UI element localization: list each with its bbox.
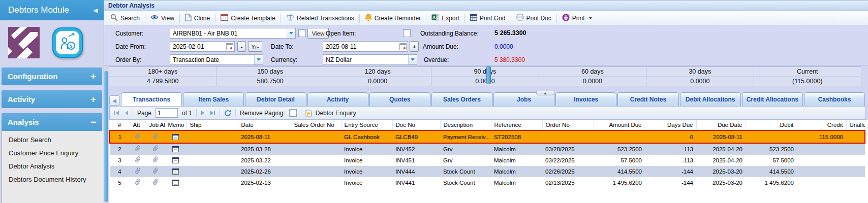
page-input[interactable] [156,108,178,118]
col-header-doc-no[interactable]: Doc No [392,120,440,130]
col-header-credit[interactable]: Credit [797,120,846,130]
attachment-icon[interactable] [135,145,140,152]
table-row[interactable]: 3 2025-03-22 Invoice INV451 Grv Malcolm … [110,155,865,166]
col-header-job-al[interactable]: Job Al [146,120,165,130]
export-button[interactable]: X Export [427,13,463,24]
panel-splitter[interactable] [104,71,108,202]
tab[interactable]: Cashbooks [804,92,865,106]
date-minus-button[interactable]: - [237,41,246,52]
order-by-select[interactable]: Transaction Date [170,54,263,65]
view-button[interactable]: View [146,13,178,24]
tab[interactable]: Activity [307,92,368,106]
tab[interactable]: Credit Notes [617,92,678,106]
col-header-description[interactable]: Description [440,120,491,130]
table-row[interactable]: 1 2025-08-11 GL Cashbook GLCB49 Payment … [110,130,865,143]
job-attachment-icon[interactable] [153,133,158,140]
col-header-days-due[interactable]: Days Due [645,120,696,130]
sidebar-collapse-icon[interactable]: ◀ [94,7,98,14]
remove-paging-checkbox[interactable] [289,109,297,117]
collapse-panel-handle[interactable] [536,91,554,95]
memo-icon[interactable] [172,146,179,152]
attachment-icon[interactable] [135,156,140,163]
tab[interactable]: Quotes [369,92,430,106]
col-header-date[interactable]: Date [238,120,291,130]
aging-bucket-label: 180+ days [109,67,216,77]
date-to-input[interactable]: 2025-08-11 [323,41,408,52]
calendar-icon[interactable] [399,43,407,50]
tab[interactable]: Debtor Detail [245,92,306,106]
create-reminder-button[interactable]: Create Reminder [361,13,425,24]
col-header-debit[interactable]: Debit [746,120,797,130]
tab[interactable]: Invoices [555,92,616,106]
sidebar-section-configuration[interactable]: Configuration + [2,67,102,85]
chevron-down-icon[interactable] [254,55,263,64]
sidebar-menu-item[interactable]: Debtor Search [2,133,104,146]
sidebar-section-activity[interactable]: Activity + [2,90,102,108]
expand-icon[interactable]: + [90,94,96,104]
print-button[interactable]: Print [558,13,596,24]
chevron-down-icon[interactable] [287,28,295,38]
attachment-icon[interactable] [135,179,140,186]
first-page-button[interactable] [114,110,120,116]
customer-select[interactable]: AIRBNB01 - Air BNB 01 [170,28,296,39]
memo-icon[interactable] [172,134,179,140]
col-header-ship[interactable]: Ship [187,120,238,130]
col-header-entry-source[interactable]: Entry Source [341,120,392,130]
sidebar-menu-item[interactable]: Debtors Document History [2,173,104,186]
table-row[interactable]: 5 2025-02-13 Invoice INV441 Stock Count … [110,177,865,188]
job-attachment-icon[interactable] [153,179,158,186]
tab[interactable]: Item Sales [183,92,244,106]
tab[interactable]: Credit Allocations [742,92,803,106]
print-grid-button[interactable]: Print Grid [466,13,510,24]
col-header-reference[interactable]: Reference [491,120,542,130]
expand-icon[interactable]: + [90,72,96,81]
collapse-icon[interactable]: − [90,117,96,127]
next-page-button[interactable] [201,110,205,116]
date-from-input[interactable]: 2025-02-01 [170,41,235,52]
debtor-enquiry-label[interactable]: Debtor Enquiry [316,110,356,117]
tab[interactable]: Transactions [121,92,182,106]
tab[interactable]: Sales Orders [431,92,492,106]
aging-splitter[interactable] [486,66,491,84]
table-row[interactable]: 2 2025-03-28 Invoice INV452 Grv Malcolm … [110,143,865,155]
chevron-down-icon[interactable] [408,55,417,64]
sidebar-menu-item[interactable]: Customer Price Enquiry [2,146,104,159]
year-back-button[interactable]: Yr- [248,41,262,52]
date-plus-button[interactable]: + [410,41,419,52]
col-header-memo[interactable]: Memo [165,120,187,130]
previous-page-button[interactable] [124,110,129,116]
col-header-amount-due[interactable]: Amount Due [594,120,645,130]
tab-scroll-left-button[interactable]: ◀ [109,95,119,106]
memo-icon[interactable] [172,180,179,186]
debtor-enquiry-icon[interactable] [305,110,312,117]
table-row[interactable]: 4 2025-02-26 Invoice INV444 Stock Count … [110,166,865,177]
open-item-checkbox[interactable] [403,29,411,37]
memo-icon[interactable] [172,157,179,163]
col-header-num[interactable]: # [110,120,130,130]
sidebar-menu-item[interactable]: Debtor Analysis [2,159,104,173]
attachment-icon[interactable] [135,167,140,175]
memo-icon[interactable] [172,168,179,175]
search-button[interactable]: Search [106,13,144,24]
customer-checkbox[interactable] [298,29,306,37]
sidebar-section-analysis[interactable]: Analysis − [2,113,102,131]
col-header-due-date[interactable]: Due Date [696,120,746,130]
job-attachment-icon[interactable] [153,156,158,163]
col-header-att[interactable]: Att [130,120,146,130]
currency-select[interactable]: NZ Dollar [323,54,417,65]
print-doc-button[interactable]: Print Doc [512,13,555,24]
refresh-button[interactable] [224,110,231,117]
job-attachment-icon[interactable] [153,167,158,175]
job-attachment-icon[interactable] [153,145,158,152]
cell-debit: 414.5500 [746,166,797,177]
tab[interactable]: Debit Allocations [680,92,741,106]
clone-button[interactable]: Clone [181,13,214,24]
create-template-button[interactable]: Create Template [216,13,280,24]
related-transactions-button[interactable]: Related Transactions [282,13,358,24]
last-page-button[interactable] [209,110,215,116]
attachment-icon[interactable] [135,133,140,140]
col-header-sales-order-no[interactable]: Sales Order No [291,120,341,130]
calendar-icon[interactable] [226,43,233,50]
col-header-order-no[interactable]: Order No [542,120,594,130]
col-header-unalloc[interactable]: Unalloc [846,120,865,130]
